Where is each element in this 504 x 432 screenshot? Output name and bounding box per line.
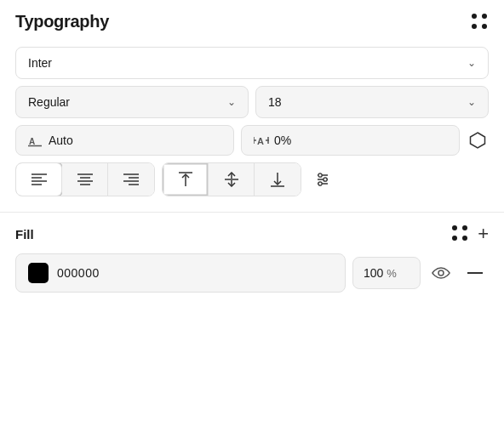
- font-weight-select[interactable]: Regular ⌄: [15, 86, 249, 118]
- letter-spacing-value: 0%: [274, 134, 291, 147]
- svg-text:A: A: [29, 137, 35, 146]
- letter-spacing-input[interactable]: A 0%: [241, 125, 460, 156]
- opacity-input[interactable]: 100 %: [352, 257, 421, 289]
- fill-header-actions: +: [452, 225, 489, 243]
- chevron-down-icon: ⌄: [467, 57, 476, 69]
- hex-settings-icon[interactable]: [467, 129, 489, 151]
- remove-fill-button[interactable]: [461, 259, 489, 287]
- visibility-toggle-button[interactable]: [427, 259, 455, 287]
- valign-middle-button[interactable]: [209, 163, 255, 196]
- color-swatch: [28, 263, 49, 283]
- alignment-row: [15, 162, 489, 196]
- align-left-button[interactable]: [16, 163, 62, 196]
- valign-top-button[interactable]: [163, 163, 209, 196]
- fill-header: Fill +: [15, 225, 489, 243]
- align-center-button[interactable]: [62, 163, 108, 196]
- add-fill-button[interactable]: +: [478, 225, 489, 243]
- opacity-value: 100: [364, 266, 383, 280]
- valign-bottom-button[interactable]: [255, 163, 301, 196]
- svg-point-32: [438, 270, 444, 276]
- text-settings-icon[interactable]: [308, 163, 337, 196]
- text-align-group: [15, 162, 155, 196]
- dots-grid-icon[interactable]: [472, 14, 489, 31]
- font-family-row: Inter ⌄: [15, 47, 489, 79]
- font-style-row: Regular ⌄ 18 ⌄: [15, 86, 489, 118]
- text-height-icon: A: [28, 134, 42, 147]
- font-weight-value: Regular: [28, 95, 70, 109]
- color-hex-value: 000000: [57, 266, 100, 280]
- font-family-value: Inter: [28, 56, 52, 70]
- line-height-value: Auto: [49, 134, 73, 147]
- chevron-down-icon: ⌄: [227, 96, 236, 108]
- align-right-button[interactable]: [108, 163, 154, 196]
- section-title: Typography: [15, 12, 109, 31]
- color-picker-input[interactable]: 000000: [15, 253, 346, 293]
- svg-point-30: [324, 178, 327, 181]
- spacing-row: A Auto A 0%: [15, 125, 489, 156]
- svg-text:A: A: [257, 136, 264, 146]
- chevron-down-icon: ⌄: [467, 96, 476, 108]
- vertical-align-group: [162, 162, 301, 196]
- svg-point-29: [318, 173, 322, 177]
- letter-spacing-icon: A: [254, 134, 269, 147]
- font-family-select[interactable]: Inter ⌄: [15, 47, 489, 79]
- fill-options-icon[interactable]: [452, 225, 469, 242]
- font-size-value: 18: [268, 95, 282, 109]
- fill-title: Fill: [15, 227, 34, 242]
- opacity-unit: %: [387, 267, 397, 280]
- svg-point-31: [318, 182, 322, 185]
- typography-section-header: Typography: [15, 12, 489, 31]
- fill-color-row: 000000 100 %: [15, 253, 489, 293]
- line-height-input[interactable]: A Auto: [15, 125, 234, 156]
- fill-section: Fill + 000000 100 %: [0, 225, 504, 308]
- font-size-select[interactable]: 18 ⌄: [255, 86, 489, 118]
- section-divider: [0, 212, 504, 213]
